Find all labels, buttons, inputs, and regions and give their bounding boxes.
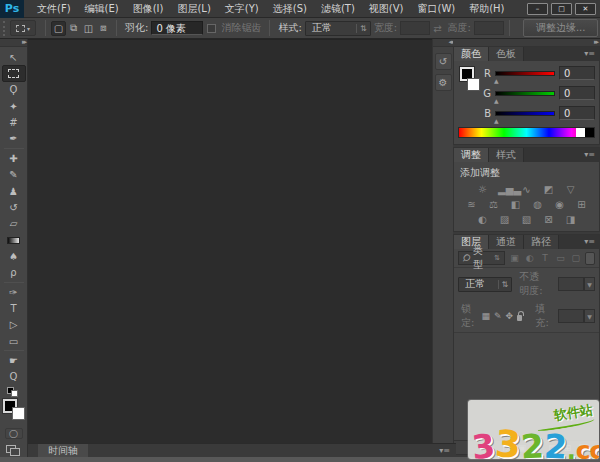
exposure-icon[interactable]: ◩ [542, 184, 555, 195]
tool-quick-selection[interactable]: ✦ [2, 98, 26, 114]
panel-menu-icon[interactable]: ▾≡ [580, 235, 599, 249]
selection-mode-new-button[interactable]: ▢ [51, 21, 66, 36]
width-input[interactable] [400, 21, 430, 35]
levels-icon[interactable]: ▂▅▃ [498, 184, 511, 195]
slider-thumb-icon[interactable]: ▲ [494, 97, 499, 104]
tool-eraser[interactable]: ▱ [2, 216, 26, 232]
tab-color[interactable]: 颜色 [454, 47, 489, 61]
selection-mode-subtract-button[interactable]: ◫ [81, 21, 96, 36]
properties-panel-icon[interactable]: ⚙ [435, 74, 452, 91]
filter-adjustment-layers-icon[interactable]: ◐ [524, 253, 535, 263]
menu-filter[interactable]: 滤镜(T) [314, 0, 362, 18]
filter-shape-layers-icon[interactable]: ▭ [555, 253, 566, 263]
lock-all-icon[interactable] [517, 315, 522, 321]
close-button[interactable]: ✕ [575, 3, 596, 15]
panel-dock-collapse-icon[interactable]: ▸▸ [453, 39, 600, 46]
quick-mask-button[interactable]: ◯ [5, 428, 23, 440]
hue-saturation-icon[interactable]: ≋ [465, 199, 478, 210]
invert-icon[interactable]: ◐ [476, 214, 489, 225]
filter-type-layers-icon[interactable]: T [539, 253, 550, 263]
background-color-swatch[interactable] [12, 407, 25, 420]
threshold-icon[interactable]: ▧ [520, 214, 533, 225]
gradient-map-icon[interactable]: ⊠ [542, 214, 555, 225]
lock-image-pixels-icon[interactable]: ✎ [494, 311, 502, 321]
tool-path-selection[interactable]: ▷ [2, 317, 26, 333]
tool-rectangular-marquee[interactable] [2, 65, 26, 81]
maximize-button[interactable]: □ [551, 3, 572, 15]
layer-filter-toggle[interactable] [585, 252, 595, 265]
menu-window[interactable]: 窗口(W) [410, 0, 462, 18]
filter-pixel-layers-icon[interactable]: ▣ [509, 253, 520, 263]
selection-mode-intersect-button[interactable]: ⧈ [96, 21, 111, 36]
tool-zoom[interactable]: Q [2, 369, 26, 385]
menu-edit[interactable]: 编辑(E) [78, 0, 126, 18]
menu-select[interactable]: 选择(S) [266, 0, 314, 18]
channel-mixer-icon[interactable]: ◉ [553, 199, 566, 210]
menu-layer[interactable]: 图层(L) [170, 0, 217, 18]
vibrance-icon[interactable]: ▽ [564, 184, 577, 195]
menu-file[interactable]: 文件(F) [30, 0, 78, 18]
tool-pen[interactable]: ✑ [2, 284, 26, 300]
tool-preset-button[interactable]: ▾ [10, 20, 36, 36]
tool-gradient[interactable] [2, 232, 26, 248]
screen-mode-button[interactable] [6, 445, 22, 457]
menu-image[interactable]: 图像(I) [126, 0, 171, 18]
panel-menu-icon[interactable]: ▾≡ [439, 446, 456, 455]
tab-channels[interactable]: 通道 [489, 235, 524, 249]
blend-mode-select[interactable]: 正常 ⇅ [458, 277, 512, 292]
photo-filter-icon[interactable]: ◍ [531, 199, 544, 210]
tool-blur[interactable]: ♠ [2, 248, 26, 264]
tab-paths[interactable]: 路径 [524, 235, 559, 249]
red-value-input[interactable]: 0 [559, 66, 595, 80]
tool-shape[interactable]: ▭ [2, 333, 26, 349]
color-lookup-icon[interactable]: ⊞ [575, 199, 588, 210]
options-drag-handle[interactable] [3, 21, 7, 36]
curves-icon[interactable]: ∿ [520, 184, 533, 195]
tab-adjustments[interactable]: 调整 [454, 148, 489, 162]
tool-crop[interactable]: # [2, 114, 26, 130]
tool-spot-healing-brush[interactable]: ✚ [2, 150, 26, 166]
slider-thumb-icon[interactable]: ▲ [494, 117, 499, 124]
color-balance-icon[interactable]: ⚖ [487, 199, 500, 210]
minimize-button[interactable]: – [527, 3, 548, 15]
foreground-background-swatches[interactable] [3, 399, 25, 420]
panel-menu-icon[interactable]: ▾≡ [580, 148, 599, 162]
red-slider[interactable]: ▲ [495, 71, 555, 76]
tool-clone-stamp[interactable]: ♟ [2, 183, 26, 199]
menu-help[interactable]: 帮助(H) [462, 0, 511, 18]
slider-thumb-icon[interactable]: ▲ [494, 77, 499, 84]
filter-kind-select[interactable]: Ϙ 类型 ⇅ [458, 251, 505, 265]
color-swatches-mini[interactable] [458, 66, 482, 100]
tool-type[interactable]: T [2, 300, 26, 316]
green-value-input[interactable]: 0 [559, 86, 595, 100]
black-white-icon[interactable]: ◧ [509, 199, 522, 210]
opacity-input[interactable]: ▼ [558, 277, 595, 291]
panel-menu-icon[interactable]: ▾≡ [580, 47, 599, 61]
tab-swatches[interactable]: 色板 [489, 47, 524, 61]
refine-edge-button[interactable]: 调整边缘... [523, 19, 599, 37]
style-select[interactable]: 正常 ⇅ [305, 21, 371, 36]
menu-type[interactable]: 文字(Y) [218, 0, 266, 18]
color-spectrum-ramp[interactable] [458, 127, 595, 138]
blue-slider[interactable]: ▲ [495, 111, 555, 116]
dock-collapse-icon[interactable]: ◂◂ [433, 39, 454, 47]
swap-dimensions-icon[interactable]: ⇄ [433, 23, 441, 34]
brightness-contrast-icon[interactable]: ☼ [476, 184, 489, 195]
tool-hand[interactable]: ☛ [2, 352, 26, 368]
filter-smart-objects-icon[interactable]: ▢ [570, 253, 581, 263]
lock-transparent-pixels-icon[interactable]: ▦ [481, 311, 490, 321]
tool-move[interactable]: ↖ [2, 49, 26, 65]
tool-eyedropper[interactable]: ✒ [2, 131, 26, 147]
history-panel-icon[interactable]: ↺ [435, 53, 452, 70]
toolbar-collapse-icon[interactable]: ▸▸ [0, 39, 27, 47]
green-slider[interactable]: ▲ [495, 91, 555, 96]
feather-input[interactable]: 0 像素 [151, 21, 203, 35]
tool-brush[interactable]: ✎ [2, 166, 26, 182]
blue-value-input[interactable]: 0 [559, 106, 595, 120]
posterize-icon[interactable]: ▨ [498, 214, 511, 225]
tab-styles[interactable]: 样式 [489, 148, 524, 162]
menu-view[interactable]: 视图(V) [362, 0, 411, 18]
default-swatches-icon[interactable] [7, 387, 21, 397]
tab-timeline[interactable]: 时间轴 [38, 444, 88, 457]
tool-dodge[interactable]: ρ [2, 265, 26, 281]
